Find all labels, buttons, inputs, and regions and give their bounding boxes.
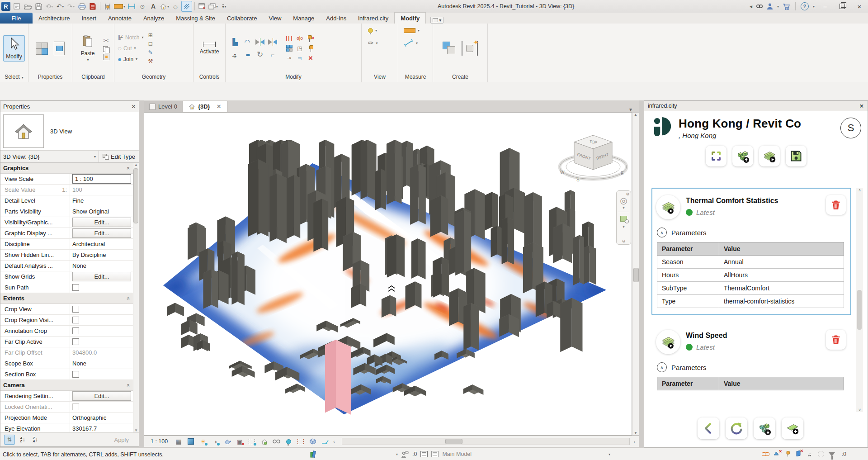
reveal-hidden-elements-icon[interactable] bbox=[272, 437, 280, 446]
panel-close-icon[interactable]: ✕ bbox=[859, 103, 864, 109]
cut-geometry-button[interactable]: ◌ Cut ▾ bbox=[118, 43, 143, 53]
tab-collaborate[interactable]: Collaborate bbox=[221, 13, 263, 24]
parameters-toggle[interactable]: ∧Parameters bbox=[657, 362, 850, 372]
sign-in-caret-icon[interactable]: ▾ bbox=[777, 5, 779, 9]
value-text[interactable]: Show Original bbox=[70, 208, 133, 215]
section-icon[interactable]: ◇ bbox=[170, 1, 180, 11]
drag-elements-on-selection-icon[interactable] bbox=[806, 451, 814, 458]
shadows-icon[interactable]: ◑ bbox=[211, 437, 219, 446]
select-pinned-elements-icon[interactable] bbox=[784, 451, 791, 458]
customize-quick-access-icon[interactable]: ▾▾ bbox=[219, 1, 229, 11]
tab-file[interactable]: File bbox=[0, 13, 33, 24]
modify-button[interactable]: Modify bbox=[3, 35, 25, 62]
save-results-button[interactable] bbox=[786, 146, 807, 166]
scrollbar-thumb[interactable] bbox=[633, 268, 639, 282]
tab-annotate[interactable]: Annotate bbox=[102, 13, 137, 24]
value-input[interactable]: 1 : 100 bbox=[72, 174, 131, 184]
checkbox[interactable] bbox=[72, 306, 79, 313]
match-type-icon[interactable] bbox=[103, 54, 109, 60]
edit-button[interactable]: Edit... bbox=[72, 272, 131, 281]
apply-button[interactable]: Apply bbox=[108, 436, 135, 444]
sign-in-user-icon[interactable] bbox=[767, 3, 773, 10]
tab-analyze[interactable]: Analyze bbox=[137, 13, 170, 24]
scrollbar-thumb[interactable] bbox=[133, 168, 138, 223]
wall-joins-icon[interactable]: ⊟ bbox=[148, 41, 153, 47]
temporary-hide-isolate-icon[interactable] bbox=[284, 437, 292, 446]
properties-palette-icon[interactable] bbox=[36, 43, 49, 54]
navbar-options-icon[interactable]: ⊖ bbox=[622, 239, 626, 243]
app-store-cart-icon[interactable] bbox=[783, 3, 790, 10]
tab-list-caret-icon[interactable]: ▼ bbox=[628, 107, 633, 112]
group-label-select[interactable]: Select ▾ bbox=[0, 73, 28, 82]
open-icon[interactable] bbox=[23, 1, 33, 11]
mirror-pick-axis-tool-icon[interactable] bbox=[254, 36, 266, 48]
viewport-horizontal-scrollbar[interactable] bbox=[342, 438, 630, 445]
wheel-caret-icon[interactable]: ▾ bbox=[623, 205, 625, 210]
mirror-draw-axis-tool-icon[interactable] bbox=[267, 36, 278, 48]
print-icon[interactable] bbox=[77, 1, 87, 11]
save-icon[interactable] bbox=[33, 1, 43, 11]
close-inactive-views-icon[interactable]: ✕ bbox=[197, 1, 207, 11]
add-simulation-button[interactable] bbox=[782, 417, 803, 439]
worksets-caret-icon[interactable]: ▾ bbox=[396, 452, 398, 456]
view-tab--3d-[interactable]: {3D}✕ bbox=[183, 101, 227, 112]
offset-copy-tool-icon[interactable]: ⇥ bbox=[284, 54, 294, 63]
switch-windows-icon[interactable]: ▾ bbox=[208, 1, 218, 11]
close-button[interactable]: × bbox=[853, 1, 866, 12]
section-header-extents[interactable]: Extents» bbox=[0, 293, 133, 304]
group-label-properties[interactable]: Properties bbox=[28, 73, 72, 82]
select-region-button[interactable] bbox=[706, 146, 726, 166]
worksets-list-icon[interactable] bbox=[431, 451, 439, 457]
redo-icon[interactable]: ↷▾ bbox=[66, 1, 76, 11]
tab-add-ins[interactable]: Add-Ins bbox=[320, 13, 352, 24]
sort-ascending-icon[interactable]: AZ↓ bbox=[18, 435, 28, 444]
group-label-modify[interactable]: Modify bbox=[226, 73, 361, 82]
group-label-create[interactable]: Create bbox=[433, 73, 487, 82]
cut-to-clipboard-icon[interactable]: ✂ bbox=[104, 37, 109, 45]
measure-between-icon[interactable]: ▾ bbox=[404, 38, 418, 48]
download-results-button[interactable] bbox=[754, 417, 775, 439]
delete-simulation-button[interactable] bbox=[826, 330, 846, 350]
copy-tool-icon[interactable]: ●● bbox=[241, 49, 253, 61]
select-underlay-elements-icon[interactable]: ✕ bbox=[773, 451, 780, 458]
type-selector-preview[interactable]: 3D View bbox=[0, 112, 139, 151]
tab-view[interactable]: View bbox=[263, 13, 287, 24]
split-with-gap-tool-icon[interactable]: o|o bbox=[295, 34, 305, 43]
file-properties-icon[interactable] bbox=[12, 1, 22, 11]
search-icon[interactable] bbox=[756, 3, 763, 9]
zoom-region-icon[interactable] bbox=[620, 216, 627, 222]
view-tab-level-0[interactable]: Level 0 bbox=[144, 101, 183, 112]
value-text[interactable]: By Discipline bbox=[70, 251, 133, 258]
scrollbar-thumb[interactable] bbox=[445, 439, 462, 444]
scale-tool-icon[interactable]: ◳ bbox=[295, 44, 305, 53]
minimize-button[interactable]: – bbox=[818, 1, 832, 12]
tab-manage[interactable]: Manage bbox=[287, 13, 320, 24]
select-links-icon[interactable] bbox=[762, 451, 769, 458]
sync-with-central-icon[interactable]: ⟲▾ bbox=[44, 1, 54, 11]
thin-lines-icon[interactable] bbox=[181, 1, 192, 12]
measure-ruler-icon[interactable]: ▾ bbox=[404, 25, 420, 35]
text-icon[interactable]: A bbox=[148, 1, 158, 11]
paint-icon[interactable]: ✎ bbox=[148, 49, 153, 56]
user-avatar[interactable]: S bbox=[840, 118, 861, 138]
scroll-left-icon[interactable]: ‹ bbox=[333, 439, 335, 444]
tab-architecture[interactable]: Architecture bbox=[33, 13, 75, 24]
view-scale-button[interactable]: 1 : 100 bbox=[148, 438, 170, 445]
properties-close-icon[interactable]: ✕ bbox=[131, 103, 136, 110]
checkbox[interactable] bbox=[72, 371, 79, 378]
instance-selector[interactable]: 3D View: {3D} ▾ bbox=[0, 153, 99, 160]
value-text[interactable]: 330167.7 bbox=[70, 425, 133, 432]
split-element-tool-icon[interactable]: ❘|❘ bbox=[284, 34, 294, 43]
tab-insert[interactable]: Insert bbox=[75, 13, 102, 24]
ribbon-state-menu[interactable]: ▾ bbox=[430, 17, 443, 24]
align-tool-icon[interactable]: ▙ bbox=[229, 36, 241, 48]
displacement-sets-icon[interactable] bbox=[321, 437, 329, 446]
rotate-tool-icon[interactable]: ↻ bbox=[254, 49, 266, 61]
collapse-arrow-icon[interactable]: ◂ bbox=[750, 3, 752, 9]
print-preview-icon[interactable] bbox=[88, 1, 98, 11]
section-header-graphics[interactable]: Graphics» bbox=[0, 163, 133, 174]
value-text[interactable]: None bbox=[70, 262, 133, 269]
worksharing-icon[interactable] bbox=[310, 448, 317, 460]
checkbox[interactable] bbox=[72, 338, 79, 345]
refresh-button[interactable] bbox=[726, 417, 747, 439]
